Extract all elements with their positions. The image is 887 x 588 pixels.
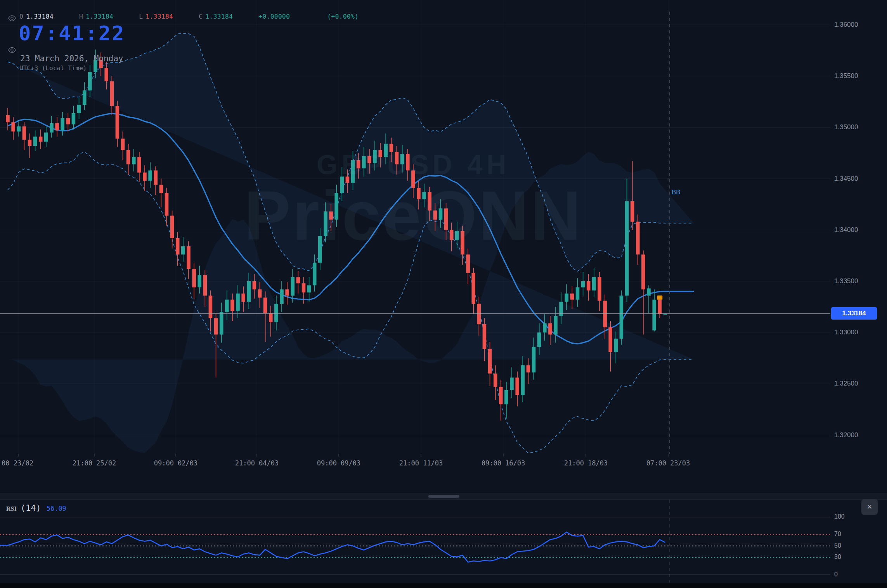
candle-body [104,68,108,81]
candle-body [641,254,645,289]
candle-body [28,140,32,146]
time-tick-label: 09:00 16/03 [482,459,525,467]
price-tick-label: 1.35500 [834,72,858,80]
low-value: 1.33184 [146,13,173,20]
candle-body [55,123,59,131]
rsi-tick-label: 0 [834,571,838,578]
candle-body [565,294,568,302]
candle-body [504,390,508,404]
candle-body [116,106,120,139]
rsi-tick-label: 30 [834,553,841,560]
date-label: 23 March 2026, Monday [20,54,123,63]
candle-body [488,349,492,374]
candle-body [247,281,251,302]
low-label: L [139,13,143,20]
watermark-symbol: GBPUSD 4H [163,151,664,178]
candle-body [209,296,213,318]
candle-body [110,81,114,106]
candle-body [647,289,651,296]
price-tick-label: 1.34000 [834,226,858,234]
time-tick-label: 21:00 11/03 [399,459,443,467]
candle-body [280,289,284,304]
candle-body [652,300,656,330]
candle-body [77,105,81,113]
candle-body [220,312,223,334]
rsi-tick-label: 70 [834,531,841,538]
candle-body [587,281,591,291]
rsi-indicator-header[interactable]: RSI (14) 56.09 [6,503,66,513]
candle-body [603,301,607,327]
rsi-current-value: 56.09 [47,505,66,512]
low-readout: L 1.33184 [139,13,173,20]
candle-body [33,137,37,146]
candle-body [543,323,547,332]
candle-body [126,150,130,164]
high-readout: H 1.33184 [79,13,113,20]
candle-body [570,294,574,300]
candle-body [620,296,624,339]
candle-body [521,365,525,395]
candle-body [576,287,580,300]
rsi-axis[interactable] [830,500,887,583]
bottom-bar [0,583,887,588]
time-tick-label: 07:00 23/03 [646,459,690,467]
candle-body [61,118,64,131]
rsi-name: RSI [6,505,17,512]
candle-body [554,316,558,335]
candle-body [225,300,229,312]
candle-body [203,275,207,296]
candle-body [236,294,240,311]
change-value: +0.00000 [258,13,290,20]
candle-body [608,327,612,352]
close-readout: C 1.33184 [199,13,233,20]
price-tick-label: 1.33000 [834,329,858,336]
price-tick-label: 1.33500 [834,277,858,285]
candle-body [66,118,70,125]
candle-body [39,137,43,142]
candle-body [154,170,158,185]
candle-body [143,173,147,181]
candle-body [253,281,256,289]
time-tick-label: 09:00 02/03 [154,459,198,467]
price-tick-label: 1.35000 [834,123,858,131]
candle-body [72,113,76,124]
bb-indicator-label: BB [672,189,681,196]
candle-body [274,304,278,322]
candle-body [515,378,519,395]
candle-body [466,254,470,273]
price-tick-label: 1.36000 [834,21,858,29]
open-value: 1.33184 [26,13,54,20]
visibility-toggle-icon-2[interactable] [8,46,16,54]
candle-body [313,263,317,285]
candle-body [532,347,536,372]
candle-body [494,374,497,387]
time-tick-label: 09:00 09/03 [317,459,361,467]
candle-body [241,294,245,302]
ohlc-readout: O 1.33184 H 1.33184 L 1.33184 C 1.33184 … [19,13,384,20]
close-label: C [199,13,203,20]
price-tick-label: 1.34500 [834,175,858,183]
candle-body [598,277,601,301]
candle-body [307,285,311,293]
candle-body [121,139,125,150]
candle-body [592,277,596,290]
candle-body [510,378,514,390]
candle-body [230,300,234,311]
order-marker [657,296,662,300]
candle-body [50,123,54,133]
high-label: H [79,13,83,20]
candle-body [83,90,87,105]
pane-resize-handle[interactable] [428,495,459,498]
time-tick-label: 21:00 25/02 [73,459,116,467]
candle-body [477,304,481,324]
candle-body [159,185,163,193]
candle-body [192,269,196,287]
rsi-tick-label: 100 [834,513,845,520]
visibility-toggle-icon[interactable] [8,14,16,22]
candle-body [88,72,92,91]
chart-surface[interactable] [0,0,887,588]
candle-body [258,289,262,297]
timezone-label: UTC+3 (Local Time) [19,64,87,72]
candle-body [291,277,295,296]
candle-body [499,387,503,404]
